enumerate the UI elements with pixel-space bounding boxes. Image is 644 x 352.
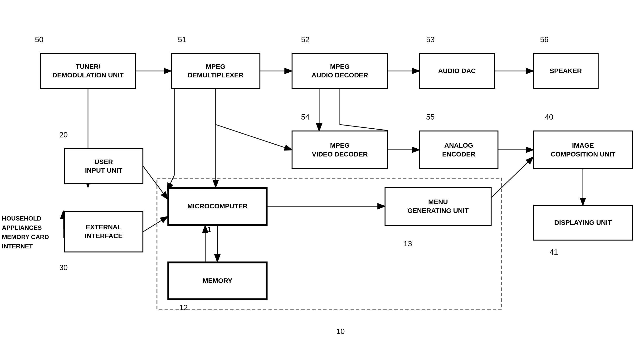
microcomputer-ref: 11 — [203, 225, 212, 234]
mpeg_video-block: MPEGVIDEO DECODER — [292, 130, 388, 169]
mpeg_audio-block: MPEGAUDIO DECODER — [292, 53, 388, 89]
system-ref: 10 — [336, 327, 345, 336]
external_if-block: EXTERNALINTERFACE — [64, 211, 144, 252]
displaying-ref: 41 — [550, 248, 558, 257]
microcomputer-block: MICROCOMPUTER — [168, 187, 268, 226]
speaker-ref: 56 — [540, 35, 549, 44]
menu_gen-block: MENUGENERATING UNIT — [384, 187, 492, 226]
menu_gen-ref: 13 — [404, 239, 412, 248]
mpeg_demux-block: MPEGDEMULTIPLEXER — [171, 53, 260, 89]
audio_dac-ref: 53 — [426, 35, 435, 44]
speaker-block: SPEAKER — [533, 53, 598, 89]
user_input-ref: 20 — [59, 130, 68, 139]
tuner-ref: 50 — [35, 35, 44, 44]
memory-block: MEMORY — [168, 262, 268, 300]
tuner-block: TUNER/DEMODULATION UNIT — [40, 53, 136, 89]
diagram: TUNER/DEMODULATION UNIT50MPEGDEMULTIPLEX… — [0, 0, 644, 352]
mpeg_audio-ref: 52 — [301, 35, 310, 44]
mpeg_demux-ref: 51 — [178, 35, 186, 44]
image_comp-ref: 40 — [545, 113, 554, 121]
image_comp-block: IMAGECOMPOSITION UNIT — [533, 130, 633, 169]
analog_enc-block: ANALOGENCODER — [419, 130, 498, 169]
external_if-ref: 30 — [59, 263, 68, 272]
household-label: HOUSEHOLDAPPLIANCESMEMORY CARDINTERNET — [2, 214, 49, 251]
memory-ref: 12 — [179, 303, 188, 312]
user_input-block: USERINPUT UNIT — [64, 148, 144, 184]
mpeg_video-ref: 54 — [301, 113, 310, 121]
audio_dac-block: AUDIO DAC — [419, 53, 495, 89]
displaying-block: DISPLAYING UNIT — [533, 205, 633, 241]
analog_enc-ref: 55 — [426, 113, 435, 121]
